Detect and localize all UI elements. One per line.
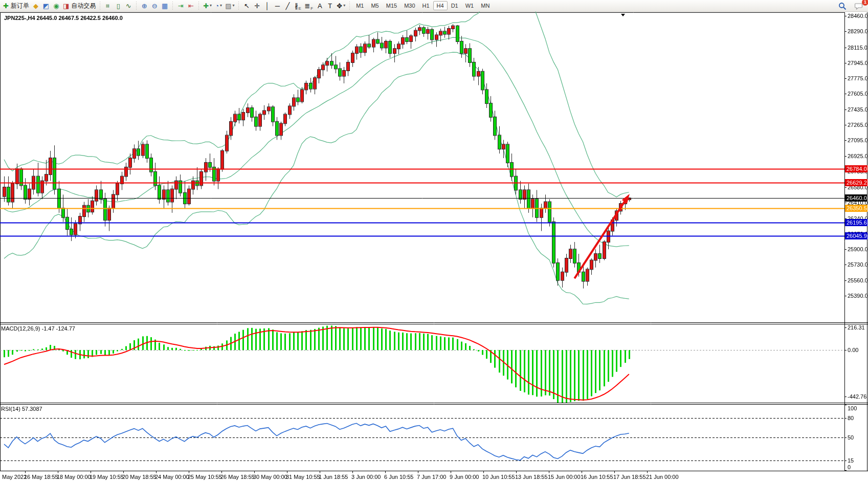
time-tick-label: May 2022 [2,474,27,480]
market-watch-icon: ◆ [33,3,38,9]
horizontal-line-icon: ─ [275,3,280,9]
timeframe-m30[interactable]: M30 [400,1,418,10]
tile-windows-icon: ▦ [162,3,168,9]
macd-tick-label: 0.00 [848,347,858,354]
toolbar: ✚新订单◆◩◉◨自动交易≡▯∿⊕⊖▦⇥⇤✚▾◔▾▨▾↖✛│─╱∦E≣FAT✥▾M… [0,0,868,12]
time-tick-label: 31 May 10:55 [286,474,320,480]
fibonacci-button[interactable]: ≣F [303,1,315,11]
price-tick-label: 27435.0 [848,106,868,113]
text-icon: A [318,3,322,9]
zoom-out-button[interactable]: ⊖ [149,1,160,11]
time-tick-label: 1 Jun 18:55 [319,474,348,480]
vertical-line-icon: │ [265,3,269,9]
toolbar-separator [135,2,138,10]
templates-icon: ▨ [225,3,231,9]
chart-shift-icon: ⇤ [188,3,194,9]
bar-chart-button[interactable]: ≡ [103,1,113,11]
arrows-button[interactable]: ✥▾ [335,1,347,11]
time-tick-label: 13 Jun 18:55 [515,474,548,480]
trendline-button[interactable]: ╱ [282,1,293,11]
timeframe-mn[interactable]: MN [477,1,493,10]
price-tick-label: 28460.0 [848,13,868,19]
price-tick-label: 26925.0 [848,153,868,160]
arrows-icon: ✥ [337,3,342,9]
time-tick-label: 19 May 10:55 [90,474,124,480]
price-tick-label: 28115.0 [848,45,867,51]
price-tick-label: 27775.0 [848,75,868,82]
line-chart-icon: ∿ [126,3,131,9]
vertical-line-button[interactable]: │ [262,1,272,11]
templates-button[interactable]: ▨▾ [224,1,236,11]
time-tick-label: 25 May 10:55 [188,474,222,480]
timeframe-w1[interactable]: W1 [462,1,478,10]
price-tick-label: 27095.0 [848,137,868,144]
tile-windows-button[interactable]: ▦ [160,1,170,11]
time-tick-label: 24 May 00:00 [155,474,189,480]
new-order-button[interactable]: ✚新订单 [2,1,31,11]
auto-trading-button[interactable]: ◨自动交易 [61,1,97,11]
price-tick-label: 25390.0 [848,293,868,299]
search-icon[interactable] [837,1,848,11]
line-chart-button[interactable]: ∿ [123,1,133,11]
price-line-badge: 26629.2 [845,179,867,186]
timeframe-h1[interactable]: H1 [419,1,433,10]
time-tick-label: 9 Jun 00:00 [450,474,479,480]
price-tick-label: 27605.0 [848,91,868,97]
price-line-badge: 26784.0 [845,165,867,172]
bar-chart-icon: ≡ [105,4,112,8]
periods-button[interactable]: ◔▾ [213,1,224,11]
market-watch-button[interactable]: ◆ [31,1,41,11]
terminal-button[interactable]: ◉ [51,1,61,11]
crosshair-button[interactable]: ✛ [252,1,262,11]
fibonacci-icon: ≣ [304,3,310,9]
time-tick-label: 21 Jun 00:00 [646,474,679,480]
timeframe-m5[interactable]: M5 [367,1,382,10]
price-tick-label: 25900.0 [848,246,868,253]
macd-label: MACD(12,26,9) -1.47 -124.77 [1,325,75,332]
time-tick-label: 17 Jun 18:55 [613,474,646,480]
horizontal-line-button[interactable]: ─ [272,1,282,11]
channel-icon: ∦ [295,3,298,9]
chart-shift-button[interactable]: ⇤ [186,1,196,11]
toolbar-separator [99,2,101,10]
timeframe-h4[interactable]: H4 [433,1,448,10]
dropdown-caret-icon: ▾ [220,4,222,8]
timeframe-d1[interactable]: D1 [448,1,462,10]
chart-canvas[interactable] [0,12,868,483]
candlestick-chart-icon: ▯ [117,3,120,9]
cursor-button[interactable]: ↖ [241,1,252,11]
rsi-tick-label: 80 [848,415,854,422]
price-line-badge: 26350.5 [845,205,867,212]
time-tick-label: 16 May 18:55 [24,474,58,480]
navigator-button[interactable]: ◩ [41,1,51,11]
candlestick-chart-button[interactable]: ▯ [113,1,123,11]
trendline-icon: ╱ [286,3,290,9]
new-order-icon: ✚ [3,3,9,9]
text-button[interactable]: A [315,1,325,11]
price-tick-label: 27265.0 [848,122,868,128]
time-tick-label: 3 Jun 00:00 [351,474,381,480]
indicators-button[interactable]: ✚▾ [202,1,213,11]
channel-button[interactable]: ∦E [293,1,303,11]
macd-tick-label: 216.31 [848,324,865,331]
periods-icon: ◔ [215,3,219,9]
toolbar-separator [171,2,174,10]
toolbar-separator [348,2,351,10]
dropdown-caret-icon: ▾ [343,4,345,8]
auto-scroll-button[interactable]: ⇥ [175,1,186,11]
zoom-out-icon: ⊖ [152,3,158,9]
label-button[interactable]: T [325,1,335,11]
price-tick-label: 27945.0 [848,60,868,67]
toolbar-separator [197,2,200,10]
dropdown-caret-icon: ▾ [210,4,212,8]
price-tick-label: 25730.0 [848,261,868,268]
price-line-badge: 26460.0 [845,194,867,202]
zoom-in-icon: ⊕ [142,3,147,9]
notification-badge: 1 [862,0,868,6]
zoom-in-button[interactable]: ⊕ [139,1,149,11]
chat-icon[interactable]: 1 [853,1,865,11]
price-tick-label: 25560.0 [848,277,868,284]
timeframe-m1[interactable]: M1 [352,1,367,10]
time-tick-label: 6 Jun 10:55 [384,474,414,480]
timeframe-m15[interactable]: M15 [383,1,400,10]
